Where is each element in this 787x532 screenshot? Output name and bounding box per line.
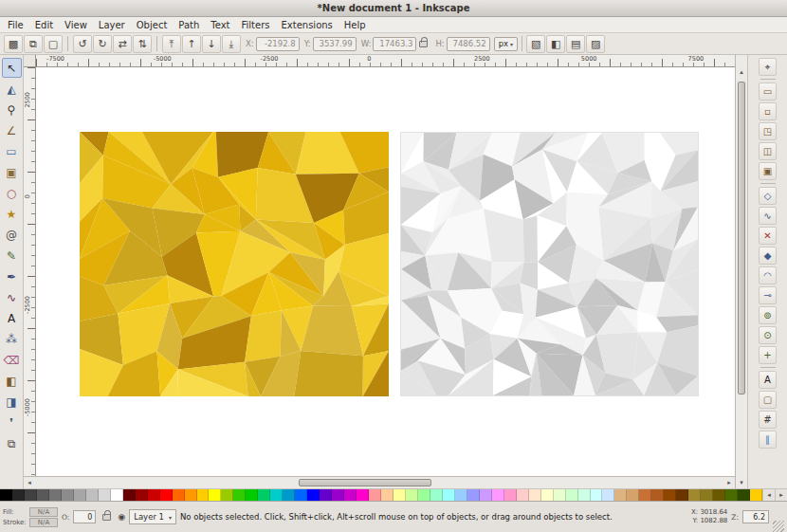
lock-ratio-icon[interactable] bbox=[419, 41, 428, 47]
rotate-cw-button[interactable]: ↻ bbox=[93, 35, 112, 53]
palette-swatch[interactable] bbox=[283, 489, 295, 501]
palette-swatch[interactable] bbox=[86, 489, 99, 501]
palette-swatch[interactable] bbox=[614, 489, 627, 501]
units-dropdown[interactable]: px ▾ bbox=[494, 37, 518, 51]
palette-swatch[interactable] bbox=[332, 489, 344, 501]
palette-swatch[interactable] bbox=[688, 489, 701, 501]
palette-swatch[interactable] bbox=[602, 489, 614, 501]
snap-bbox-button[interactable]: ▭ bbox=[759, 83, 777, 101]
palette-swatch[interactable] bbox=[233, 489, 246, 501]
palette-swatch[interactable] bbox=[750, 489, 762, 501]
pen-tool[interactable]: ✒ bbox=[2, 266, 22, 286]
palette-swatch[interactable] bbox=[209, 489, 221, 501]
node-tool[interactable]: ◭ bbox=[2, 79, 22, 99]
palette-swatch[interactable] bbox=[136, 489, 148, 501]
layer-selector[interactable]: Layer 1 ▾ bbox=[129, 509, 176, 524]
palette-swatch[interactable] bbox=[111, 489, 123, 501]
fill-value[interactable]: N/A bbox=[29, 507, 58, 517]
palette-swatch[interactable] bbox=[492, 489, 504, 501]
palette-swatch[interactable] bbox=[467, 489, 480, 501]
flip-vertical-button[interactable]: ⇅ bbox=[133, 35, 152, 53]
palette-swatch[interactable] bbox=[148, 489, 160, 501]
palette-swatch[interactable] bbox=[664, 489, 676, 501]
yellow-crystallize-image[interactable] bbox=[80, 132, 389, 396]
palette-swatch[interactable] bbox=[320, 489, 332, 501]
transform-patterns-toggle[interactable]: ▨ bbox=[586, 35, 605, 53]
palette-swatch[interactable] bbox=[270, 489, 283, 501]
palette-swatch[interactable] bbox=[591, 489, 603, 501]
palette-swatch[interactable] bbox=[246, 489, 258, 501]
star-tool[interactable]: ★ bbox=[2, 204, 22, 224]
snap-rotation-centers-button[interactable]: + bbox=[759, 346, 777, 364]
palette-swatch[interactable] bbox=[221, 489, 233, 501]
rotate-ccw-button[interactable]: ↺ bbox=[73, 35, 92, 53]
palette-swatch[interactable] bbox=[627, 489, 639, 501]
gradient-tool[interactable]: ◨ bbox=[2, 392, 22, 412]
palette-swatch[interactable] bbox=[381, 489, 394, 501]
palette-swatch[interactable] bbox=[578, 489, 591, 501]
zoom-tool[interactable]: ⚲ bbox=[2, 100, 22, 119]
menu-filters[interactable]: Filters bbox=[236, 19, 276, 31]
menu-view[interactable]: View bbox=[59, 19, 93, 31]
palette-swatch[interactable] bbox=[517, 489, 529, 501]
menu-path[interactable]: Path bbox=[173, 19, 205, 31]
fill-stroke-indicator[interactable]: Fill: N/A Stroke: N/A bbox=[3, 507, 58, 527]
scroll-down-icon[interactable]: ▾ bbox=[736, 479, 747, 486]
palette-swatch[interactable] bbox=[37, 489, 49, 501]
snap-smooth-nodes-button[interactable]: ◠ bbox=[759, 266, 777, 284]
fill-tool[interactable]: ◧ bbox=[2, 371, 22, 391]
vertical-scrollbar[interactable]: ▴ ▾ bbox=[735, 55, 747, 488]
snap-bbox-centers-button[interactable]: ▣ bbox=[759, 162, 777, 180]
palette-swatch[interactable] bbox=[406, 489, 418, 501]
menu-layer[interactable]: Layer bbox=[93, 19, 131, 31]
spiral-tool[interactable]: @ bbox=[2, 225, 22, 245]
palette-swatch[interactable] bbox=[713, 489, 725, 501]
palette-swatch[interactable] bbox=[295, 489, 307, 501]
menu-text[interactable]: Text bbox=[205, 19, 235, 31]
rectangle-tool[interactable]: ▭ bbox=[2, 141, 22, 161]
scale-stroke-toggle[interactable]: ▧ bbox=[526, 35, 545, 53]
palette-scroll-left-icon[interactable]: ◂ bbox=[762, 489, 775, 501]
text-tool[interactable]: A bbox=[2, 308, 22, 328]
snap-paths-button[interactable]: ∿ bbox=[759, 207, 777, 225]
flip-horizontal-button[interactable]: ⇄ bbox=[113, 35, 132, 53]
palette-swatch[interactable] bbox=[344, 489, 357, 501]
transform-gradients-toggle[interactable]: ▤ bbox=[566, 35, 585, 53]
snap-grid-button[interactable]: # bbox=[759, 411, 777, 429]
raise-to-top-button[interactable]: ⤒ bbox=[162, 35, 181, 53]
spray-tool[interactable]: ⁂ bbox=[2, 329, 22, 349]
palette-swatch[interactable] bbox=[394, 489, 406, 501]
pencil-tool[interactable]: ✎ bbox=[2, 246, 22, 266]
resize-grip[interactable] bbox=[773, 521, 784, 532]
palette-swatch[interactable] bbox=[725, 489, 738, 501]
palette-swatch[interactable] bbox=[738, 489, 750, 501]
palette-swatch[interactable] bbox=[529, 489, 541, 501]
snap-bbox-corners-button[interactable]: ◳ bbox=[759, 122, 777, 140]
palette-swatch[interactable] bbox=[418, 489, 430, 501]
snap-bbox-edges-button[interactable]: ▫ bbox=[759, 102, 777, 120]
zoom-input[interactable]: 6.2 bbox=[742, 510, 769, 523]
snap-text-baseline-button[interactable]: A bbox=[759, 371, 777, 389]
menu-edit[interactable]: Edit bbox=[29, 19, 59, 31]
lower-to-bottom-button[interactable]: ⤓ bbox=[222, 35, 241, 53]
palette-swatch[interactable] bbox=[173, 489, 185, 501]
palette-swatch[interactable] bbox=[123, 489, 136, 501]
palette-swatch[interactable] bbox=[74, 489, 86, 501]
menu-file[interactable]: File bbox=[2, 19, 29, 31]
palette-swatch[interactable] bbox=[566, 489, 578, 501]
palette-swatch[interactable] bbox=[25, 489, 37, 501]
snap-enable-button[interactable]: ⌖ bbox=[759, 58, 777, 76]
palette-swatch[interactable] bbox=[197, 489, 210, 501]
palette-swatch[interactable] bbox=[185, 489, 197, 501]
y-field[interactable]: 3537.99 bbox=[313, 37, 357, 51]
raise-button[interactable]: ↑ bbox=[182, 35, 201, 53]
box-3d-tool[interactable]: ▣ bbox=[2, 162, 22, 182]
palette-swatch[interactable] bbox=[504, 489, 517, 501]
palette-swatch[interactable] bbox=[541, 489, 554, 501]
snap-line-midpoints-button[interactable]: ⊸ bbox=[759, 286, 777, 304]
snap-path-intersections-button[interactable]: ✕ bbox=[759, 227, 777, 245]
height-field[interactable]: 7486.52 bbox=[447, 37, 490, 51]
snap-object-centers-button[interactable]: ⊙ bbox=[759, 326, 777, 344]
select-all-layers-button[interactable]: ⧉ bbox=[24, 35, 43, 53]
calligraphy-tool[interactable]: ∿ bbox=[2, 287, 22, 307]
